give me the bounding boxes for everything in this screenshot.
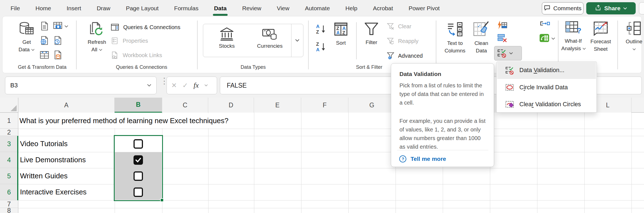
from-web-button[interactable]	[39, 36, 49, 47]
cell-a1[interactable]: What is your preferred method of learnin…	[19, 113, 232, 128]
cell-a5[interactable]: Written Guides	[20, 172, 67, 180]
text-to-columns-button[interactable]: Text toColumns	[442, 21, 467, 54]
get-data-button[interactable]: GetData	[14, 21, 39, 38]
tab-automate[interactable]: Automate	[305, 0, 330, 17]
queries-connections-button[interactable]: Queries & Connections	[110, 23, 180, 32]
refresh-all-button[interactable]: RefreshAll	[85, 21, 109, 38]
svg-text:?: ?	[577, 26, 581, 35]
insert-function-button[interactable]: fx	[193, 81, 199, 90]
sort-button[interactable]: ZAAZ Sort	[331, 21, 351, 46]
get-data-label-2: Data	[19, 47, 30, 52]
row-header-2[interactable]: 2	[0, 129, 18, 136]
share-button[interactable]: Share	[586, 2, 636, 14]
column-header-f[interactable]: F	[301, 98, 348, 113]
from-picture-chevron-icon[interactable]	[64, 24, 68, 29]
ribbon-divider	[356, 22, 357, 59]
refresh-all-chevron-icon	[99, 49, 102, 51]
tab-review[interactable]: Review	[242, 0, 261, 17]
recent-sources-button[interactable]	[53, 36, 63, 47]
excel-window: File Home Insert Draw Page Layout Formul…	[0, 0, 644, 213]
forecast-sheet-button[interactable]: ForecastSheet	[589, 21, 612, 53]
clear-filter-icon	[386, 22, 395, 31]
enter-icon: ✓	[182, 82, 188, 89]
tab-file[interactable]: File	[11, 0, 20, 17]
flash-fill-button[interactable]	[497, 20, 507, 32]
column-header-d[interactable]: D	[208, 98, 254, 113]
column-header-e[interactable]: E	[254, 98, 301, 113]
advanced-filter-button[interactable]: Advanced	[386, 52, 423, 60]
what-if-analysis-button[interactable]: ? What-IfAnalysis	[561, 21, 585, 52]
data-types-gallery-more-button[interactable]	[291, 24, 303, 57]
from-text-csv-button[interactable]	[39, 21, 49, 32]
stocks-button[interactable]: Stocks	[212, 27, 242, 49]
menu-item-data-validation[interactable]: Data Validation...	[497, 62, 596, 79]
menu-item-clear-validation-circles[interactable]: Clear Validation Circles	[497, 96, 596, 113]
outline-button[interactable]: Outline	[623, 21, 644, 53]
filter-label: Filter	[361, 39, 381, 45]
tab-data[interactable]: Data	[214, 0, 227, 17]
from-picture-button[interactable]	[53, 21, 63, 32]
existing-connections-button[interactable]	[53, 50, 63, 61]
row-header-8[interactable]: 8	[0, 208, 18, 213]
tab-acrobat[interactable]: Acrobat	[373, 0, 393, 17]
data-model-chevron-icon[interactable]	[551, 36, 555, 41]
clear-filter-button: Clear	[386, 22, 411, 31]
queries-connections-label: Queries & Connections	[123, 24, 180, 31]
tab-draw[interactable]: Draw	[97, 0, 110, 17]
select-all-corner[interactable]	[0, 98, 18, 113]
tab-formulas[interactable]: Formulas	[174, 0, 198, 17]
remove-duplicates-button[interactable]	[497, 33, 507, 44]
from-table-range-button[interactable]	[39, 50, 49, 61]
tab-page-layout[interactable]: Page Layout	[126, 0, 159, 17]
filter-button[interactable]: Filter	[361, 21, 381, 45]
column-header-c[interactable]: C	[162, 98, 208, 113]
comments-icon	[544, 4, 550, 12]
data-model-button[interactable]	[539, 32, 550, 45]
column-header-a[interactable]: A	[18, 98, 115, 113]
refresh-all-label-1: Refresh	[88, 39, 106, 45]
row-header-6[interactable]: 6	[0, 184, 18, 200]
what-if-analysis-icon: ?	[565, 21, 582, 36]
cell-a3[interactable]: Video Tutorials	[20, 140, 68, 148]
tab-view[interactable]: View	[277, 0, 289, 17]
consolidate-button[interactable]	[540, 21, 550, 32]
tab-power-pivot[interactable]: Power Pivot	[409, 0, 440, 17]
comments-label: Comments	[553, 5, 582, 12]
menu-item-label: Data Validation...	[519, 67, 564, 74]
column-header-b[interactable]: B	[115, 98, 162, 113]
column-header-g[interactable]: G	[348, 98, 396, 113]
row-header-3[interactable]: 3	[0, 136, 18, 152]
data-validation-button[interactable]	[494, 46, 522, 60]
what-if-label-1: What-If	[565, 38, 582, 44]
properties-icon	[110, 37, 119, 45]
tab-data-label: Data	[214, 5, 227, 12]
cell-a4[interactable]: Live Demonstrations	[20, 156, 86, 164]
tab-home[interactable]: Home	[36, 0, 51, 17]
sort-descending-button[interactable]: ZA	[315, 41, 327, 54]
sort-label: Sort	[331, 40, 351, 46]
svg-text:A: A	[336, 30, 340, 35]
clipped-toolbar-button[interactable]	[639, 2, 644, 14]
advanced-filter-label: Advanced	[398, 53, 423, 59]
sort-ascending-button[interactable]: AZ	[315, 23, 327, 36]
clean-data-button[interactable]: CleanData	[470, 21, 493, 54]
name-box[interactable]: B3	[5, 77, 157, 94]
circle-invalid-data-icon	[505, 83, 514, 92]
currencies-button[interactable]: Currencies	[252, 27, 288, 49]
row-header-1[interactable]: 1	[0, 113, 18, 129]
tell-me-more-link[interactable]: ? Tell me more	[399, 155, 446, 163]
ribbon-divider	[436, 21, 436, 69]
active-tab-underline	[213, 14, 228, 16]
outline-icon	[626, 21, 642, 36]
comments-button[interactable]: Comments	[542, 2, 583, 14]
cell-a6[interactable]: Interactive Exercises	[20, 188, 87, 196]
fill-handle[interactable]	[160, 198, 164, 202]
stocks-icon	[219, 27, 235, 41]
get-data-chevron-icon	[31, 49, 35, 51]
row-header-5[interactable]: 5	[0, 168, 18, 184]
menu-item-circle-invalid-data[interactable]: Circle Invalid Data	[497, 79, 596, 96]
tab-help[interactable]: Help	[345, 0, 357, 17]
tab-insert[interactable]: Insert	[67, 0, 81, 17]
row-header-4[interactable]: 4	[0, 152, 18, 168]
tooltip-divider	[397, 150, 488, 150]
